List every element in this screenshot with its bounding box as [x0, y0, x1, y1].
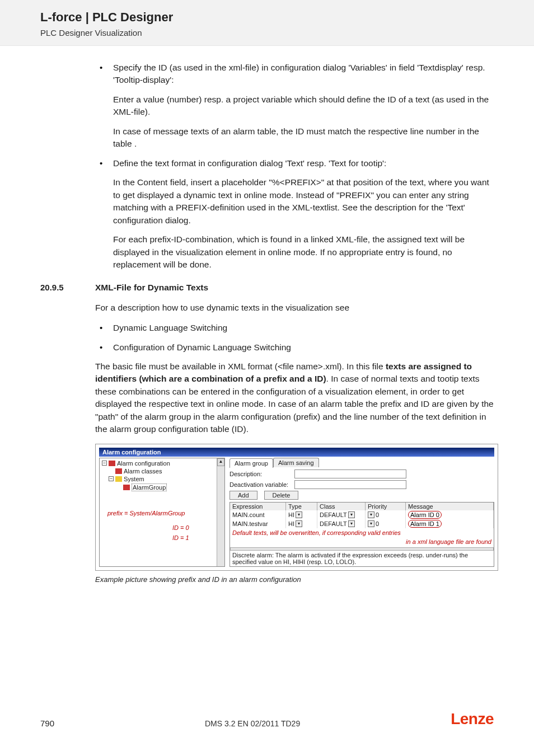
paragraph: The basic file must be available in XML … [95, 360, 494, 436]
scroll-up-icon[interactable]: ▲ [217, 458, 224, 466]
tree-node[interactable]: System [124, 476, 144, 482]
note-text: in a xml language file are found [230, 537, 494, 546]
description-field[interactable] [294, 469, 406, 478]
lenze-logo: Lenze [451, 710, 494, 728]
tree-node-selected[interactable]: AlarmGroup [132, 483, 167, 491]
section-header: 20.9.5 XML-File for Dynamic Texts [40, 283, 494, 293]
chevron-down-icon[interactable]: ▾ [296, 511, 302, 518]
deactivation-field[interactable] [294, 480, 406, 489]
list-item: Define the text format in configuration … [95, 157, 494, 271]
tree-collapse-icon[interactable]: − [102, 461, 107, 466]
bullet-list-1: Specify the ID (as used in the xml-file)… [95, 62, 494, 271]
chevron-down-icon[interactable]: ▾ [348, 511, 355, 518]
chevron-down-icon[interactable]: ▾ [368, 511, 374, 518]
note-text: Default texts, will be overwritten, if c… [230, 528, 494, 537]
page-number: 790 [40, 719, 54, 728]
paragraph: For a description how to use dynamic tex… [95, 302, 494, 314]
content: Specify the ID (as used in the xml-file)… [40, 62, 494, 271]
doc-subtitle: PLC Designer Visualization [40, 28, 494, 37]
delete-button[interactable]: Delete [264, 491, 299, 500]
paragraph: Enter a value (number) resp. a project v… [113, 93, 494, 119]
label-description: Description: [229, 471, 291, 477]
figure-caption: Example picture showing prefix and ID in… [95, 575, 494, 584]
footer: 790 DMS 3.2 EN 02/2011 TD29 Lenze [40, 710, 494, 728]
col-header[interactable]: Class [317, 503, 366, 510]
message-badge: Alarm ID 0 [408, 511, 442, 519]
alarm-table: Expression Type Class Priority Message M… [229, 502, 494, 567]
figure: Alarm configuration −Alarm configuration… [95, 444, 494, 584]
col-header[interactable]: Priority [366, 503, 406, 510]
alarm-icon [115, 468, 122, 474]
table-row[interactable]: MAIN.count HI▾ DEFAULT▾ ▾0 Alarm ID 0 [230, 510, 494, 519]
chevron-down-icon[interactable]: ▾ [348, 520, 355, 527]
doc-id: DMS 3.2 EN 02/2011 TD29 [205, 719, 300, 728]
annotation-prefix: prefix = System/AlarmGroup [107, 510, 185, 516]
doc-title: L-force | PLC Designer [40, 10, 494, 25]
chevron-down-icon[interactable]: ▾ [368, 520, 374, 527]
tab-alarm-group[interactable]: Alarm group [229, 458, 273, 468]
tree-node[interactable]: Alarm configuration [117, 460, 170, 467]
list-item: Dynamic Language Switching [95, 322, 494, 334]
tree-collapse-icon[interactable]: − [109, 476, 114, 481]
message-badge: Alarm ID 1 [408, 520, 442, 528]
scrollbar[interactable]: ▲ [217, 458, 224, 566]
section-body: For a description how to use dynamic tex… [40, 302, 494, 584]
paragraph: Define the text format in configuration … [113, 157, 494, 170]
table-row[interactable]: MAIN.testvar HI▾ DEFAULT▾ ▾0 Alarm ID 1 [230, 519, 494, 528]
list-item: Configuration of Dynamic Language Switch… [95, 341, 494, 354]
paragraph: In the Content field, insert a placehold… [113, 176, 494, 227]
alarm-icon [123, 485, 130, 490]
paragraph: In case of message texts of an alarm tab… [113, 125, 494, 151]
section-title: XML-File for Dynamic Texts [95, 283, 208, 293]
header: L-force | PLC Designer PLC Designer Visu… [0, 0, 534, 46]
chevron-down-icon[interactable]: ▾ [296, 520, 302, 527]
annotation-id1: ID = 1 [172, 534, 189, 541]
tree-node[interactable]: Alarm classes [124, 468, 162, 475]
paragraph: Specify the ID (as used in the xml-file)… [113, 62, 494, 87]
annotation-id0: ID = 0 [172, 524, 189, 531]
section-number: 20.9.5 [40, 283, 95, 293]
bullet-list-2: Dynamic Language Switching Configuration… [95, 322, 494, 354]
label-deactivation: Deactivation variable: [229, 481, 291, 488]
folder-icon [115, 476, 122, 482]
paragraph: For each prefix-ID-combination, which is… [113, 233, 494, 271]
col-header[interactable]: Expression [230, 503, 286, 510]
tree-panel: −Alarm configuration Alarm classes −Syst… [99, 458, 225, 567]
alarm-icon [109, 461, 115, 466]
window-titlebar: Alarm configuration [99, 448, 494, 457]
col-header[interactable]: Type [286, 503, 317, 510]
help-text: Discrete alarm: The alarm is activated i… [230, 551, 494, 566]
add-button[interactable]: Add [229, 491, 257, 500]
list-item: Specify the ID (as used in the xml-file)… [95, 62, 494, 151]
properties-panel: Alarm group Alarm saving Description: De… [229, 458, 494, 567]
tab-alarm-saving[interactable]: Alarm saving [273, 458, 319, 467]
col-header[interactable]: Message [406, 503, 494, 510]
